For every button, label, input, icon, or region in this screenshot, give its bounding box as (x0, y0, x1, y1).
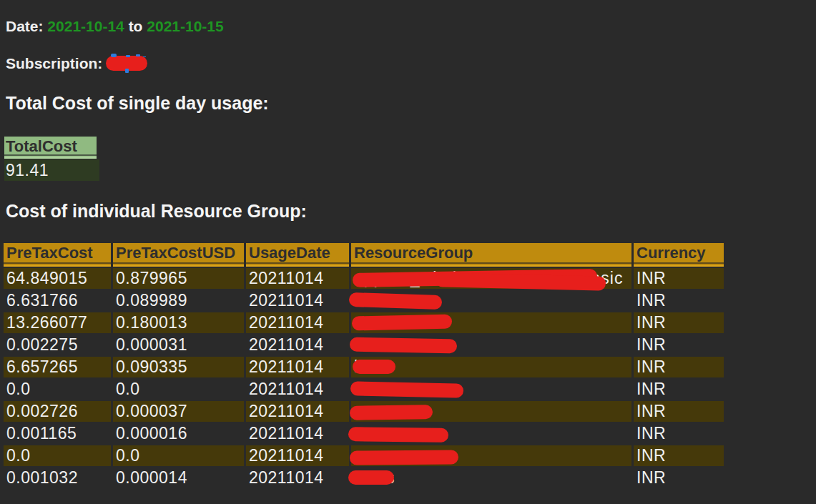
redaction-mark (350, 450, 458, 465)
cell-usagedate: 20211014 (246, 335, 349, 355)
cell-usagedate: 20211014 (246, 401, 349, 422)
subscription-redaction-mark (106, 56, 147, 71)
resource-group-heading: Cost of individual Resource Group: (6, 201, 307, 222)
redaction-mark (348, 470, 394, 485)
cell-currency: INR (634, 335, 724, 355)
cell-currency: INR (634, 312, 724, 333)
column-header-resourcegroup: ResourceGroup (351, 243, 631, 267)
cell-resourcegroup (351, 423, 631, 444)
cell-usagedate: 20211014 (246, 379, 349, 400)
redaction-mark (353, 360, 395, 374)
column-header-pretaxcost: PreTaxCost (4, 243, 111, 267)
cell-currency: INR (634, 445, 724, 466)
cell-pretaxcostusd: 0.000016 (113, 423, 244, 444)
redaction-mark (350, 381, 463, 397)
cell-resourcegroup (351, 335, 631, 355)
column-header-usagedate: UsageDate (246, 243, 349, 267)
cell-pretaxcostusd: 0.000014 (113, 468, 244, 488)
column-header-currency: Currency (634, 243, 724, 267)
total-cost-column-header: TotalCost (4, 137, 97, 159)
table-row: 64.849015 0.879965 20211014 appsvc_windo… (4, 268, 724, 289)
cell-currency: INR (634, 423, 724, 444)
cell-pretaxcost: 0.002726 (4, 401, 111, 422)
table-row: 0.002275 0.000031 20211014 INR (4, 335, 724, 355)
cell-resourcegroup: bill (351, 357, 631, 377)
report-page: { "colors": { "page_bg": "#2a2a2a", "dat… (0, 0, 816, 504)
redaction-mark (349, 292, 443, 310)
cell-resourcegroup: vikas (351, 468, 631, 488)
cell-resourcegroup (351, 401, 631, 422)
column-header-pretaxcostusd: PreTaxCostUSD (113, 243, 244, 267)
cell-usagedate: 20211014 (246, 312, 349, 333)
redaction-mark (350, 337, 457, 354)
total-cost-value: 91.41 (4, 159, 99, 181)
date-line: Date: 2021-10-14 to 2021-10-15 (6, 18, 224, 35)
cell-pretaxcost: 64.849015 (4, 268, 111, 289)
table-row: 0.002726 0.000037 20211014 INR (4, 401, 724, 422)
table-row: 0.001032 0.000014 20211014 vikas INR (4, 468, 724, 488)
table-row: 0.0 0.0 20211014 INR (4, 379, 724, 400)
cell-pretaxcost: 13.266077 (4, 312, 111, 333)
total-cost-heading: Total Cost of single day usage: (6, 93, 269, 114)
cell-usagedate: 20211014 (246, 357, 349, 377)
cell-currency: INR (634, 357, 724, 377)
redaction-mark (350, 405, 433, 420)
cell-pretaxcostusd: 0.180013 (113, 312, 244, 333)
cell-pretaxcost: 6.657265 (4, 357, 111, 377)
table-row: 6.657265 0.090335 20211014 bill INR (4, 357, 724, 377)
cell-pretaxcostusd: 0.090335 (113, 357, 244, 377)
table-row: 0.0 0.0 20211014 INR (4, 445, 724, 466)
cell-pretaxcost: 0.0 (4, 379, 111, 400)
cell-currency: INR (634, 290, 724, 311)
cell-pretaxcost: 6.631766 (4, 290, 111, 311)
table-row: 13.266077 0.180013 20211014 INR (4, 312, 724, 333)
date-label: Date: (6, 18, 44, 34)
cell-currency: INR (634, 268, 724, 289)
cell-pretaxcost: 0.0 (4, 445, 111, 466)
redaction-mark (348, 427, 448, 442)
date-connector: to (129, 18, 143, 34)
date-from: 2021-10-14 (47, 18, 124, 34)
cell-usagedate: 20211014 (246, 423, 349, 444)
cell-currency: INR (634, 401, 724, 422)
cell-pretaxcostusd: 0.879965 (113, 268, 244, 289)
cell-pretaxcost: 0.001165 (4, 423, 111, 444)
resource-group-table: PreTaxCost PreTaxCostUSD UsageDate Resou… (1, 242, 726, 490)
total-cost-table: TotalCost 91.41 (4, 137, 99, 181)
cell-pretaxcostusd: 0.0 (113, 379, 244, 400)
cell-resourcegroup (351, 290, 631, 311)
subscription-line: Subscription: (6, 55, 147, 72)
cell-usagedate: 20211014 (246, 445, 349, 466)
table-header-row: PreTaxCost PreTaxCostUSD UsageDate Resou… (4, 243, 724, 267)
redaction-mark (352, 315, 452, 331)
cell-usagedate: 20211014 (246, 268, 349, 289)
redaction-mark (436, 272, 606, 290)
cell-usagedate: 20211014 (246, 468, 349, 488)
cell-pretaxcost: 0.002275 (4, 335, 111, 355)
subscription-label: Subscription: (6, 55, 102, 71)
date-to: 2021-10-15 (147, 18, 223, 34)
cell-currency: INR (634, 468, 724, 488)
cell-pretaxcost: 0.001032 (4, 468, 111, 488)
cell-resourcegroup (351, 312, 631, 333)
cell-pretaxcostusd: 0.000031 (113, 335, 244, 355)
cell-currency: INR (634, 379, 724, 400)
cell-pretaxcostusd: 0.0 (113, 445, 244, 466)
cell-pretaxcostusd: 0.000037 (113, 401, 244, 422)
cell-resourcegroup (351, 379, 631, 400)
table-row: 0.001165 0.000016 20211014 INR (4, 423, 724, 444)
table-row: 6.631766 0.089989 20211014 INR (4, 290, 724, 311)
cell-resourcegroup: appsvc_windows_centralus_basic (351, 268, 631, 289)
cell-resourcegroup (351, 445, 631, 466)
cell-pretaxcostusd: 0.089989 (113, 290, 244, 311)
cell-usagedate: 20211014 (246, 290, 349, 311)
